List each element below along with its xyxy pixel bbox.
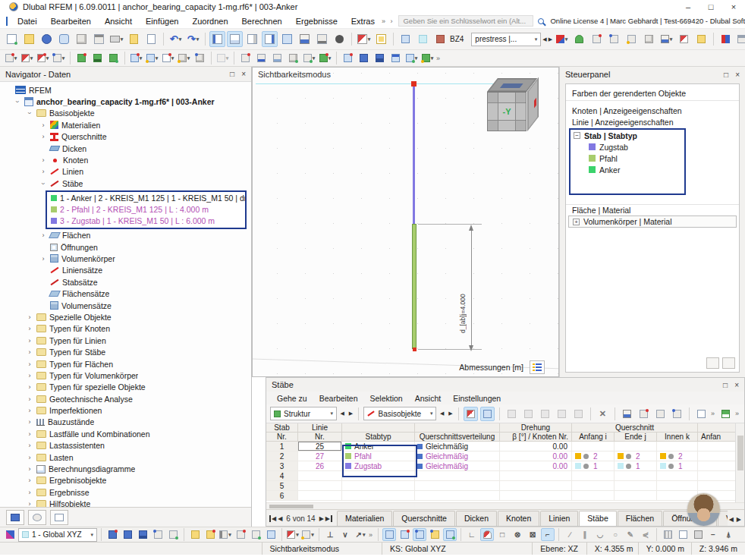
tree-item-materialien[interactable]: ›Materialien (0, 119, 251, 131)
menu-gehe-zu[interactable]: Gehe zu (271, 394, 313, 403)
preset-prev-button[interactable]: ◀ (542, 33, 546, 46)
chevron-icon[interactable]: › (39, 133, 47, 140)
tree-item-flaechen[interactable]: ›Flächen (0, 230, 251, 241)
menu-datei[interactable]: Datei (11, 17, 44, 26)
table-horizontal-scrollbar[interactable] (266, 502, 744, 509)
hinge-tool-button[interactable] (606, 31, 622, 47)
tree-item-flaechensaetze[interactable]: ›Flächensätze (0, 288, 251, 299)
tree-item-member-1[interactable]: 1 - Anker | 2 - KREIS_M1 125 | 1 - KREIS… (47, 193, 245, 204)
save-button[interactable] (91, 31, 107, 47)
tab-dicken[interactable]: Dicken (456, 511, 497, 526)
chevron-icon[interactable]: › (39, 168, 47, 175)
redo-button[interactable]: ↷▾ (185, 31, 201, 47)
chevron-icon[interactable]: › (26, 395, 33, 403)
tree-item-geotechnik[interactable]: ›Geotechnische Analyse (0, 393, 251, 404)
maximize-button[interactable]: □ (699, 1, 722, 14)
snap-angle-button[interactable] (234, 528, 247, 541)
tree-item-stabsaetze[interactable]: ›Stabsätze (0, 276, 251, 288)
col-stab-nr[interactable]: Nr. (266, 433, 298, 442)
units-button[interactable] (718, 407, 733, 421)
tab-querschnitte[interactable]: Querschnitte (393, 511, 455, 526)
cube-face-label[interactable]: -Y (498, 103, 515, 120)
col-querschnitt[interactable]: Querschnitt (572, 423, 698, 433)
block-tool-button[interactable] (193, 52, 207, 65)
table-row[interactable]: 3 26 Zugstab Gleichmäßig 0.00 1 1 1 (266, 461, 744, 471)
chevron-icon[interactable]: › (26, 430, 33, 438)
solid-tool-button[interactable] (641, 31, 657, 47)
menu-ansicht[interactable]: Ansicht (98, 17, 139, 26)
support-surface-button[interactable] (270, 52, 284, 65)
select-in-graphic-button[interactable] (464, 407, 478, 421)
menu-einstellungen[interactable]: Einstellungen (447, 394, 507, 403)
line-mode-button[interactable]: ∕ (563, 528, 577, 541)
tree-item-typen-flaechen[interactable]: ›Typen für Flächen (0, 358, 251, 370)
select-window-button[interactable] (382, 528, 396, 541)
shape-cross-button[interactable]: ⊠ (526, 528, 539, 541)
navigation-cube[interactable]: -Y (479, 77, 546, 136)
combo2-prev-button[interactable]: ◀ (439, 407, 445, 420)
column-tool-button[interactable] (106, 52, 121, 65)
first-page-button[interactable]: ◀ (269, 515, 276, 522)
guide-tool-button[interactable]: ▾ (215, 52, 230, 65)
colors-item-linie[interactable]: Linie | Anzeigeeigenschaften (566, 116, 739, 127)
chevron-icon[interactable]: › (26, 442, 33, 449)
panel-layout-button[interactable] (244, 31, 260, 47)
cloud-sync-button[interactable] (56, 31, 72, 47)
last-page-button[interactable]: ▶ (325, 515, 332, 522)
pfahl-member[interactable] (412, 224, 417, 349)
chevron-icon[interactable]: › (26, 313, 33, 321)
chevron-icon[interactable]: › (39, 255, 47, 263)
polyline-tool-button[interactable]: ▾ (36, 52, 50, 65)
minus-button[interactable]: − (706, 528, 720, 541)
snap-grid-button[interactable] (188, 528, 202, 541)
archive-button[interactable] (74, 31, 90, 47)
control-panel-toggle[interactable] (262, 31, 278, 47)
import-table-button[interactable] (653, 407, 668, 421)
tree-item-staebe[interactable]: ›Stäbe (0, 178, 251, 189)
collapse-icon[interactable]: − (574, 132, 580, 139)
panel-settings-button[interactable] (706, 357, 719, 369)
window-arrange-button[interactable] (279, 31, 295, 47)
navigator-data-tab[interactable] (6, 510, 24, 525)
col-linie-nr[interactable]: Nr. (298, 433, 342, 442)
print-button[interactable]: ▾ (108, 31, 124, 47)
col-drehung[interactable]: Drehung (500, 423, 572, 433)
colors-item-volumenkoerper[interactable]: +Volumenkörper | Material (568, 216, 737, 228)
panel-layers-button[interactable] (722, 357, 735, 369)
expand-icon[interactable]: + (573, 219, 580, 225)
visibility-preset-combo[interactable]: prestress |...▾ (471, 33, 541, 46)
guideline-button[interactable]: ▾ (286, 528, 300, 541)
shadow-display-button[interactable] (691, 528, 705, 541)
prev-page-button[interactable]: ◀ (278, 515, 282, 522)
navigator-views-tab[interactable] (50, 510, 68, 525)
tree-item-lastassistenten[interactable]: ›Lastassistenten (0, 440, 251, 451)
chevron-icon[interactable]: › (39, 180, 47, 187)
chevron-icon[interactable]: › (26, 489, 33, 496)
chevron-icon[interactable]: › (26, 500, 33, 507)
tab-knoten[interactable]: Knoten (498, 511, 539, 526)
tables-panel-toggle[interactable] (227, 31, 243, 47)
col-anfang-i[interactable]: Anfang i (572, 433, 615, 442)
tab-linien[interactable]: Linien (540, 511, 578, 526)
tree-item-lastfaelle[interactable]: ›Lastfälle und Kombinationen (0, 428, 251, 439)
load-case-button[interactable] (341, 52, 355, 65)
grid-settings-button[interactable] (166, 528, 180, 541)
new-model-button[interactable] (4, 31, 20, 47)
table-toolbar-overflow[interactable]: » (711, 410, 716, 417)
shape-circle-button[interactable]: ⊗ (511, 528, 524, 541)
navigator-panel-toggle[interactable] (209, 31, 225, 47)
sync-selection-button[interactable] (480, 407, 495, 421)
menu-einfuegen[interactable]: Einfügen (139, 17, 185, 26)
table-row[interactable]: 1 25 Anker Gleichmäßig 0.00 (266, 442, 744, 451)
chevron-icon[interactable]: › (26, 109, 33, 117)
chevron-icon[interactable]: › (26, 325, 33, 332)
mini-view-button[interactable] (398, 31, 413, 47)
col-stab[interactable]: Stab (266, 423, 298, 433)
chevron-icon[interactable]: › (14, 98, 21, 105)
menu-zuordnen[interactable]: Zuordnen (185, 17, 234, 26)
colors-item-stab-stabtyp[interactable]: −Stab | Stabtyp (571, 130, 684, 141)
plane-corner-button[interactable]: ⌐ (541, 528, 555, 541)
measure-button[interactable]: ⍋ (721, 528, 735, 541)
chevron-icon[interactable]: › (26, 337, 33, 344)
navigator-float-button[interactable]: □ (230, 70, 234, 78)
